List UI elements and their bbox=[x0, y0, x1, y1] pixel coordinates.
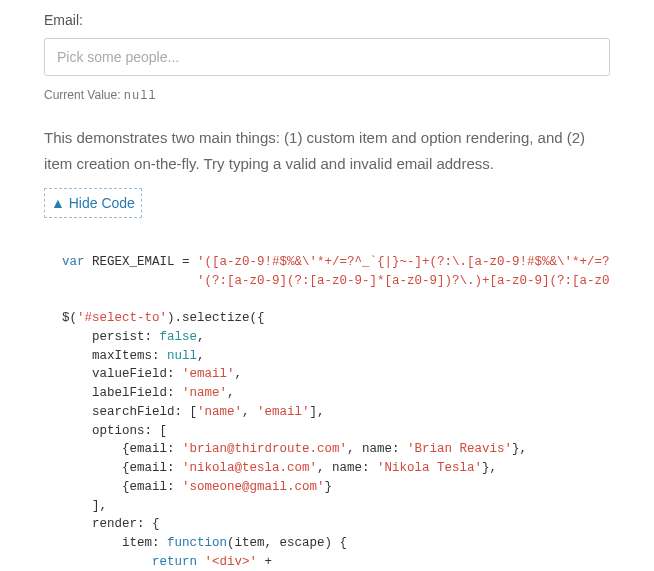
hide-code-toggle[interactable]: ▲ Hide Code bbox=[44, 188, 142, 218]
description-text: This demonstrates two main things: (1) c… bbox=[44, 125, 610, 176]
current-value-label: Current Value: bbox=[44, 88, 124, 102]
code-block: var REGEX_EMAIL = '([a-z0-9!#$%&\'*+/=?^… bbox=[44, 234, 610, 571]
current-value: null bbox=[124, 89, 157, 103]
toggle-label: Hide Code bbox=[69, 195, 135, 211]
current-value-display: Current Value: null bbox=[44, 88, 610, 103]
chevron-up-icon: ▲ bbox=[51, 195, 65, 211]
email-label: Email: bbox=[44, 12, 610, 28]
email-select-input[interactable]: Pick some people... bbox=[44, 38, 610, 76]
